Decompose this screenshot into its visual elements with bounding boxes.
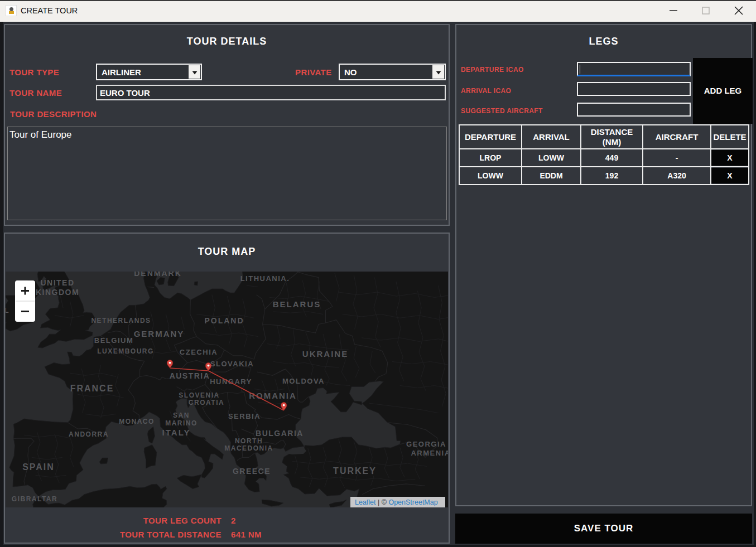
svg-text:UNITED: UNITED — [40, 278, 74, 287]
svg-text:GREECE: GREECE — [233, 467, 271, 476]
svg-text:KINGDOM: KINGDOM — [36, 288, 79, 297]
svg-text:SLOVENIA: SLOVENIA — [179, 391, 219, 399]
svg-text:UKRAINE: UKRAINE — [302, 349, 348, 359]
svg-text:CZECHIA: CZECHIA — [180, 348, 218, 356]
svg-text:BELARUS: BELARUS — [273, 299, 321, 309]
svg-text:SLOVAKIA: SLOVAKIA — [210, 360, 254, 368]
svg-text:NETHERLANDS: NETHERLANDS — [91, 317, 151, 325]
svg-text:ANDORRA: ANDORRA — [69, 430, 109, 438]
svg-text:FRANCE: FRANCE — [70, 384, 114, 393]
svg-text:Leaflet | © OpenStreetMap: Leaflet | © OpenStreetMap — [355, 498, 438, 506]
svg-text:CROATIA: CROATIA — [189, 399, 224, 406]
svg-text:HUNGARY: HUNGARY — [210, 377, 252, 386]
svg-text:LUXEMBOURG: LUXEMBOURG — [97, 347, 154, 355]
svg-text:AUSTRIA: AUSTRIA — [170, 371, 210, 380]
svg-text:TURKEY: TURKEY — [333, 466, 377, 476]
svg-text:MONACO: MONACO — [119, 418, 155, 425]
svg-text:NORTH: NORTH — [235, 437, 263, 445]
svg-text:ARMENIA: ARMENIA — [411, 449, 448, 457]
svg-text:ITALY: ITALY — [162, 428, 191, 437]
svg-text:SERBIA: SERBIA — [228, 412, 261, 420]
svg-text:DENMARK: DENMARK — [134, 272, 182, 278]
svg-text:POLAND: POLAND — [204, 316, 244, 325]
svg-text:GERMANY: GERMANY — [134, 329, 185, 338]
svg-text:GIBRALTAR: GIBRALTAR — [12, 495, 57, 503]
svg-text:MOLDOVA: MOLDOVA — [282, 377, 325, 385]
svg-text:MARINO: MARINO — [165, 419, 198, 427]
svg-text:LITHUANIA.: LITHUANIA. — [240, 274, 290, 283]
svg-text:BULGARIA: BULGARIA — [256, 429, 304, 438]
svg-text:SAN: SAN — [173, 412, 190, 419]
svg-text:BELGIUM: BELGIUM — [94, 336, 133, 345]
svg-text:GEORGIA: GEORGIA — [406, 440, 446, 448]
svg-text:SPAIN: SPAIN — [22, 462, 55, 472]
svg-text:MACEDONIA: MACEDONIA — [224, 444, 273, 452]
svg-text:EL: EL — [6, 307, 9, 314]
